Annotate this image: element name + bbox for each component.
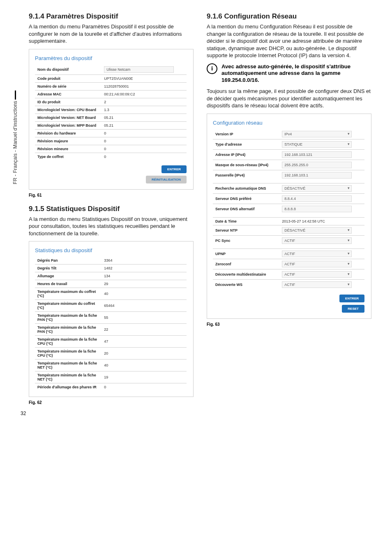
row-value: 20	[101, 348, 187, 360]
fig-63: Fig. 63	[207, 322, 371, 327]
input-ipv4-addr[interactable]: 192.168.103.121	[282, 151, 352, 158]
input-dns-pref[interactable]: 8.8.4.4	[282, 195, 352, 202]
info-text: Avec adresse auto-générée, le dispositif…	[221, 63, 371, 84]
input-ipv4-gateway[interactable]: 192.168.103.1	[282, 172, 352, 179]
row-label: Adresse MAC	[35, 90, 101, 98]
reset-button[interactable]: RESET	[342, 305, 364, 313]
row-label: Masque de sous-réseau (IPv4)	[213, 160, 279, 170]
row-value: 19	[101, 371, 187, 383]
fig-62: Fig. 62	[29, 400, 194, 405]
select-ntp[interactable]: DÉSACTIVÉ	[282, 227, 352, 234]
row-value: 2	[101, 98, 187, 106]
select-upnp[interactable]: ACTIF	[282, 251, 352, 257]
panel-network-title: Configuration réseau	[213, 120, 364, 126]
row-label: PC Sync	[213, 235, 279, 246]
row-value: 29	[101, 280, 187, 288]
row-label: Dégrés Pan	[35, 257, 101, 265]
row-value: 1.3	[101, 106, 187, 114]
heading-915: 9.1.5 Statistiques Dispositif	[29, 205, 194, 213]
row-value: 0	[101, 145, 187, 153]
row-value: 0	[101, 129, 187, 137]
row-value: 40	[101, 360, 187, 371]
row-label: Type d'adresse	[213, 139, 279, 149]
info-icon: i	[207, 63, 217, 74]
row-label: Révision mineure	[35, 145, 101, 153]
row-label: Température minimum de la fiche NET (°C)	[35, 371, 101, 383]
row-label: Découverte multidestinataire	[213, 269, 279, 280]
row-label: Adresse IP (IPv4)	[213, 149, 279, 160]
panel-stats: Statistiques du dispositif Dégrés Pan336…	[29, 241, 194, 397]
row-label: Température maximum du coffret (°C)	[35, 288, 101, 300]
row-label: ID du produit	[35, 98, 101, 106]
side-tab-mark	[15, 91, 16, 100]
row-label: Heures de travail	[35, 280, 101, 288]
select-pc-sync[interactable]: ACTIF	[282, 237, 352, 244]
entrer-button[interactable]: ENTRER	[339, 295, 364, 302]
row-label: Code produit	[35, 74, 101, 82]
row-value: 40	[101, 288, 187, 300]
row-label: Micrologiciel Version: MPP Board	[35, 121, 101, 129]
row-value: 0	[101, 383, 187, 391]
row-label: Allumage	[35, 272, 101, 280]
input-dns-alt[interactable]: 8.8.8.8	[282, 206, 352, 212]
select-ip-version[interactable]: IPv4	[282, 131, 352, 137]
row-label: Nom du dispositif	[35, 65, 101, 75]
table-params: Nom du dispositifUlisse Netcam Code prod…	[35, 65, 187, 160]
row-label: Température maximum de la fiche NET (°C)	[35, 360, 101, 371]
select-ws-discovery[interactable]: ACTIF	[282, 281, 352, 288]
para-916-2: Toujours sur la même page, il est possib…	[207, 88, 371, 109]
select-addr-type[interactable]: STATIQUE	[282, 141, 352, 148]
select-multicast[interactable]: ACTIF	[282, 271, 352, 278]
row-label: Date & Time	[213, 217, 279, 225]
row-label: Version IP	[213, 129, 279, 139]
select-dns-auto[interactable]: DÉSACTIVÉ	[282, 185, 352, 192]
page-number: 32	[21, 411, 26, 416]
fig-61: Fig. 61	[29, 193, 194, 197]
table-stats: Dégrés Pan3364 Degrés Tilt1482 Allumage1…	[35, 257, 187, 391]
row-value: UPT2SVUAN00E	[101, 74, 187, 82]
row-label: Température maximum de la fiche PAN (°C)	[35, 312, 101, 324]
row-label: Révision du hardware	[35, 129, 101, 137]
panel-network: Configuration réseau Version IPIPv4 Type…	[207, 114, 371, 319]
row-value: 1482	[101, 265, 187, 272]
entrer-button[interactable]: ENTRER	[161, 165, 187, 173]
heading-916: 9.1.6 Configuration Réseau	[207, 12, 371, 21]
row-value: 22	[101, 324, 187, 336]
row-label: Température minimum du coffret (°C)	[35, 300, 101, 312]
row-label: Découverte WS	[213, 280, 279, 290]
side-tab: FR - Français - Manuel d'instructions	[12, 91, 18, 184]
reinit-button[interactable]: RÉINITIALISATION	[146, 176, 187, 183]
input-device-name[interactable]: Ulisse Netcam	[104, 66, 174, 73]
row-label: UPNP	[213, 249, 279, 259]
input-ipv4-mask[interactable]: 255.255.255.0	[282, 162, 352, 168]
row-label: Numéro de série	[35, 82, 101, 90]
row-value: 05.21	[101, 121, 187, 129]
row-value: 55	[101, 312, 187, 324]
row-label: Serveur NTP	[213, 225, 279, 235]
row-label: Serveur DNS préféré	[213, 194, 279, 204]
para-914: A la mention du menu Paramètres Disposit…	[29, 23, 194, 45]
row-value: 3364	[101, 257, 187, 265]
row-label: Passerelle (IPv4)	[213, 170, 279, 180]
row-value: 65464	[101, 300, 187, 312]
row-label: Zeroconf	[213, 259, 279, 269]
row-label: Degrés Tilt	[35, 265, 101, 272]
para-915: A la mention du menu Statistiques Dispos…	[29, 216, 194, 237]
row-label: Recherche automatique DNS	[213, 183, 279, 194]
table-network: Version IPIPv4 Type d'adresseSTATIQUE Ad…	[213, 129, 364, 290]
row-label: Révision majeure	[35, 137, 101, 145]
row-label: Micrologiciel Version: CPU Board	[35, 106, 101, 114]
row-value: 112028750001	[101, 82, 187, 90]
row-label: Température minimum de la fiche PAN (°C)	[35, 324, 101, 336]
row-value: 00:21:A6:00:09:C2	[101, 90, 187, 98]
row-label: Période d'allumage des phares IR	[35, 383, 101, 391]
side-tab-text: FR - Français - Manuel d'instructions	[12, 101, 18, 184]
select-zeroconf[interactable]: ACTIF	[282, 261, 352, 267]
info-note: i Avec adresse auto-générée, le disposit…	[207, 63, 371, 84]
row-label: Micrologiciel Version: NET Board	[35, 114, 101, 121]
row-value: 0	[101, 137, 187, 145]
panel-params: Paramètres du dispositif Nom du disposit…	[29, 49, 194, 190]
row-value: 134	[101, 272, 187, 280]
heading-914: 9.1.4 Paramètres Dispositif	[29, 12, 194, 21]
row-label: Température minimum de la fiche CPU (°C)	[35, 348, 101, 360]
